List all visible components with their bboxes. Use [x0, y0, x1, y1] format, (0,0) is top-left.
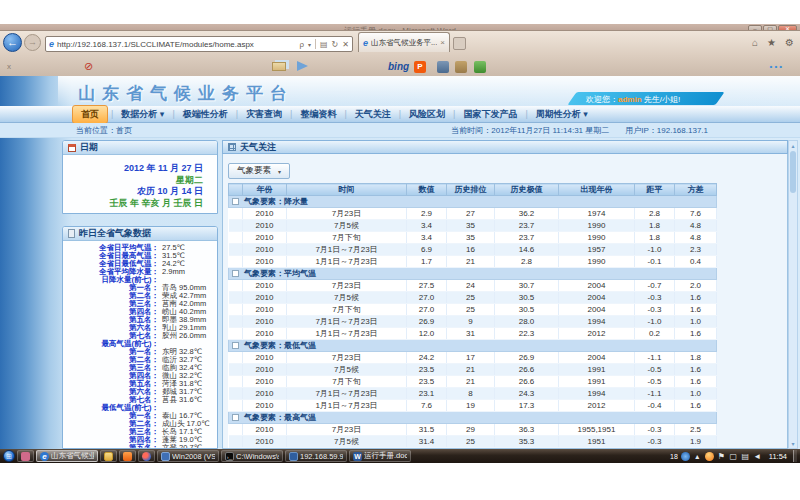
address-separator: [315, 39, 316, 49]
nav-item-6[interactable]: 风险区划: [401, 106, 453, 123]
translate-extension-icon[interactable]: [474, 61, 486, 73]
table-cell: 17: [447, 352, 495, 364]
table-cell: 1.9: [675, 436, 717, 448]
caret-up-icon[interactable]: [693, 452, 702, 461]
current-time: 当前时间：2012年11月27日 11:14:31 星期二: [451, 125, 609, 136]
capture-extension-icon[interactable]: [437, 61, 449, 73]
taskbar-button-pin-app[interactable]: [17, 450, 34, 462]
table-cell: 2004: [559, 280, 635, 292]
table-group-cell: 气象要素：降水量: [229, 196, 717, 208]
system-tray: 18 11:54: [670, 450, 797, 462]
page-scrollbar[interactable]: ▴ ▾: [788, 140, 798, 449]
scroll-up-icon[interactable]: ▴: [789, 142, 797, 149]
table-icon: [228, 143, 236, 151]
table-cell: 12.0: [407, 328, 447, 340]
blocked-icon[interactable]: ⊘: [84, 60, 93, 73]
cards-icon[interactable]: [272, 62, 286, 71]
thunder-icon[interactable]: [705, 452, 714, 461]
nav-item-4[interactable]: 整编资料: [292, 106, 344, 123]
table-group-label: 气象要素：最高气温: [244, 413, 316, 422]
table-header-6: 距平: [635, 184, 675, 196]
table-cell: 1.6: [675, 376, 717, 388]
element-dropdown-button[interactable]: 气象要素 ▾: [228, 163, 290, 179]
taskbar-button-folder[interactable]: [100, 450, 117, 462]
tab-close-icon[interactable]: ×: [440, 38, 445, 47]
refresh-icon[interactable]: ↻: [332, 40, 339, 49]
bing-badge-icon[interactable]: P: [414, 61, 426, 73]
taskbar-button-media-app[interactable]: [138, 450, 155, 462]
taskbar-button-ie[interactable]: 山东省气候业...: [36, 450, 98, 462]
display-icon[interactable]: [729, 452, 738, 461]
breadcrumb: 当前位置：首页: [76, 125, 132, 136]
nav-item-3[interactable]: 灾害查询: [238, 106, 290, 123]
taskbar-clock[interactable]: 11:54: [769, 452, 787, 461]
taskbar-button-vm[interactable]: Win2008 (VS2...: [157, 450, 219, 462]
browser-tab[interactable]: e 山东省气候业务平... ×: [358, 32, 450, 52]
group-checkbox[interactable]: [232, 414, 239, 421]
row-select-cell: [229, 364, 243, 376]
table-cell: 28.0: [495, 316, 559, 328]
volume-icon[interactable]: [753, 452, 762, 461]
table-group-label: 气象要素：平均气温: [244, 269, 316, 278]
table-cell: 1.8: [675, 352, 717, 364]
nav-item-8[interactable]: 周期性分析 ▾: [528, 106, 596, 123]
user-ip: 用户IP：192.168.137.1: [625, 125, 708, 136]
table-body: 气象要素：降水量20107月23日2.92736.219742.87.62010…: [229, 196, 717, 450]
nav-item-1[interactable]: 数据分析 ▾: [113, 106, 172, 123]
taskbar-button-orange-app[interactable]: [119, 450, 136, 462]
search-caret-icon[interactable]: ▾: [308, 41, 311, 48]
search-icon[interactable]: ρ: [299, 40, 304, 49]
address-url[interactable]: http://192.168.137.1/SLCCLIMATE/modules/…: [57, 40, 296, 49]
weather-line-value: 胶州 26.0mm: [159, 332, 206, 340]
network-icon[interactable]: [741, 452, 750, 461]
forward-button[interactable]: →: [24, 34, 41, 51]
table-cell: 27.0: [407, 292, 447, 304]
nav-item-7[interactable]: 国家下发产品: [455, 106, 525, 123]
effects-extension-icon[interactable]: [455, 61, 467, 73]
group-checkbox[interactable]: [232, 270, 239, 277]
nav-item-5[interactable]: 天气关注: [347, 106, 399, 123]
group-checkbox[interactable]: [232, 342, 239, 349]
scrollbar-thumb[interactable]: [790, 151, 796, 193]
taskbar-button-word[interactable]: 运行手册.docx ...: [349, 450, 411, 462]
scroll-down-icon[interactable]: ▾: [789, 440, 797, 447]
table-cell: -0.1: [635, 256, 675, 268]
nav-menu: 首页|数据分析 ▾|极端性分析|灾害查询|整编资料|天气关注|风险区划|国家下发…: [0, 106, 800, 123]
start-button[interactable]: ⊞: [3, 450, 15, 462]
row-select-cell: [229, 220, 243, 232]
weather-line-value: 莒县 31.6℃: [159, 396, 202, 404]
show-desktop-button[interactable]: [793, 450, 797, 462]
address-bar[interactable]: e http://192.168.137.1/SLCCLIMATE/module…: [45, 36, 353, 52]
stop-icon[interactable]: ✕: [342, 40, 349, 49]
bing-logo[interactable]: bing: [388, 61, 409, 72]
table-cell: 23.5: [407, 364, 447, 376]
taskbar-buttons: 山东省气候业...Win2008 (VS2...C:\Windows\s...1…: [17, 450, 411, 462]
taskbar-button-remote[interactable]: 192.168.59.99...: [285, 450, 347, 462]
table-cell: 2010: [243, 376, 287, 388]
table-cell: 7.6: [407, 400, 447, 412]
compatibility-icon[interactable]: ▤: [320, 40, 328, 49]
favorites-star-icon[interactable]: ★: [767, 37, 776, 48]
table-cell: 31.5: [407, 424, 447, 436]
home-icon[interactable]: ⌂: [752, 37, 758, 48]
nav-item-2[interactable]: 极端性分析: [175, 106, 236, 123]
more-icon[interactable]: •••: [770, 62, 784, 71]
flag-icon[interactable]: [717, 452, 726, 461]
new-tab-button[interactable]: [453, 37, 466, 50]
nav-item-0[interactable]: 首页: [72, 105, 108, 124]
group-checkbox[interactable]: [232, 198, 239, 205]
table-cell: 7月下旬: [287, 304, 407, 316]
send-icon[interactable]: [297, 61, 308, 71]
back-button[interactable]: ←: [3, 33, 22, 52]
table-cell: 1990: [559, 220, 635, 232]
table-cell: 19: [447, 400, 495, 412]
table-cell: -0.3: [635, 304, 675, 316]
toolbar-close-icon[interactable]: x: [7, 62, 11, 71]
settings-gear-icon[interactable]: ⚙: [785, 37, 794, 48]
taskbar-button-cmd[interactable]: C:\Windows\s...: [221, 450, 283, 462]
table-cell: 7月1日～7月23日: [287, 244, 407, 256]
globe-icon[interactable]: [681, 452, 690, 461]
table-cell: 1.8: [635, 220, 675, 232]
table-cell: 1.6: [675, 328, 717, 340]
page-content: 山东省气候业务平台 欢迎您：admin 先生/小姐! 首页|数据分析 ▾|极端性…: [0, 76, 800, 449]
